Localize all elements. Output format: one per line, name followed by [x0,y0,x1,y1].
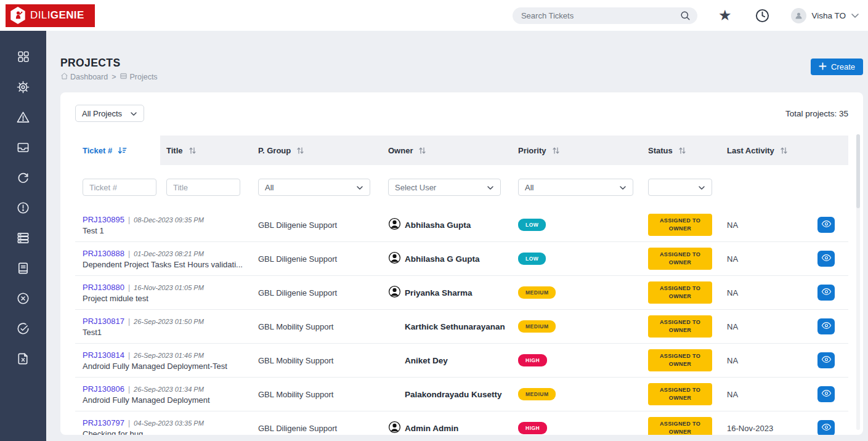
eye-icon [821,219,832,231]
column-header-pgroup[interactable]: P. Group [252,136,382,165]
table-scrollbar[interactable] [856,134,860,430]
breadcrumb-projects[interactable]: Projects [120,72,157,82]
priority-badge: MEDIUM [518,320,556,333]
ticket-link[interactable]: PRJ130814 [83,350,124,360]
actions-cell [811,386,848,402]
view-button[interactable] [817,217,835,233]
eye-icon [821,422,832,434]
grid-icon[interactable] [15,49,31,64]
ticket-date: 16-Nov-2023 01:05 PM [134,284,204,291]
project-scope-select[interactable]: All Projects [75,105,144,122]
view-button[interactable] [817,420,835,435]
title-filter-input[interactable] [166,179,240,196]
ticket-filter-input[interactable] [83,179,156,196]
pgroup-filter-select[interactable]: All [258,179,370,196]
priority-cell: LOW [512,219,642,231]
sort-icon [296,147,304,155]
gear-icon[interactable] [15,79,31,94]
owner-avatar-icon [388,285,401,300]
inbox-icon[interactable] [15,140,31,155]
table-row: PRJ130797 | 04-Sep-2023 03:35 PM Checkin… [75,411,848,435]
ticket-link[interactable]: PRJ130806 [83,384,124,394]
column-header-last-activity[interactable]: Last Activity [721,136,811,165]
ticket-link[interactable]: PRJ130895 [83,215,124,224]
owner-cell: Priyanka Sharma [382,285,512,300]
sort-desc-icon [118,147,127,155]
create-button[interactable]: Create [811,59,863,75]
check-circle-icon[interactable] [15,321,31,336]
view-button[interactable] [817,251,835,267]
priority-badge: HIGH [518,354,547,366]
priority-cell: MEDIUM [512,388,642,400]
projects-card-icon [120,72,128,82]
ticket-link[interactable]: PRJ130817 [83,317,124,326]
status-filter-select[interactable] [648,179,712,196]
owner-name: Abhilasha Gupta [405,220,471,230]
plus-icon [819,62,827,72]
favorites-star-icon[interactable]: ★ [718,8,732,23]
column-header-title[interactable]: Title [160,136,252,165]
project-title: Android Fully Managed Deployment [83,395,250,405]
ticket-date-separator: | [128,317,130,326]
ticket-link[interactable]: PRJ130880 [83,283,124,292]
priority-badge: LOW [518,219,546,231]
status-badge: ASSIGNED TO OWNER [648,315,712,337]
priority-badge: MEDIUM [518,388,556,400]
ticket-link[interactable]: PRJ130797 [83,418,124,427]
last-activity-cell: 16-Nov-2023 [721,424,811,433]
column-header-priority[interactable]: Priority [512,136,642,165]
owner-cell: Aniket Dey [382,353,512,368]
refresh-icon[interactable] [15,170,31,185]
sort-icon [189,147,197,155]
user-menu[interactable]: Visha TO [791,8,859,23]
table-row: PRJ130817 | 26-Sep-2023 01:50 PM Test1 G… [75,310,848,344]
ticket-date: 26-Sep-2023 01:50 PM [134,318,204,325]
owner-cell: Palakondrayadu Kusetty [382,387,512,402]
status-badge: ASSIGNED TO OWNER [648,349,712,371]
priority-cell: HIGH [512,422,642,434]
status-cell: ASSIGNED TO OWNER [642,349,721,371]
status-badge: ASSIGNED TO OWNER [648,383,712,405]
ticket-link[interactable]: PRJ130888 [83,249,124,258]
server-icon[interactable] [15,230,31,245]
exclamation-circle-icon[interactable] [15,200,31,215]
owner-filter-select[interactable]: Select User [388,179,501,196]
warning-triangle-icon[interactable] [15,110,31,124]
ticket-cell: PRJ130888 | 01-Dec-2023 08:21 PM Depende… [75,249,252,269]
breadcrumb-dashboard[interactable]: Dashboard [60,72,108,82]
main-content: PROJECTS Dashboard > Projects [46,31,868,441]
genie-logo-icon [10,7,26,24]
ticket-date: 26-Sep-2023 01:46 PM [134,352,204,359]
view-button[interactable] [817,386,835,402]
scrollbar-thumb[interactable] [856,134,860,208]
sort-icon [418,147,426,155]
view-button[interactable] [817,285,835,301]
pgroup-cell: GBL Mobility Support [252,356,382,365]
status-badge: ASSIGNED TO OWNER [648,248,712,269]
status-cell: ASSIGNED TO OWNER [642,383,721,405]
table-row: PRJ130814 | 26-Sep-2023 01:46 PM Android… [75,344,848,378]
history-clock-icon[interactable] [755,8,770,23]
view-button[interactable] [817,352,835,368]
project-title: Test1 [83,328,250,337]
column-header-status[interactable]: Status [642,136,721,165]
app-logo[interactable]: DILIGENIE [6,4,95,27]
actions-cell [811,251,848,267]
priority-filter-select[interactable]: All [518,179,633,196]
chevron-down-icon [619,183,627,192]
owner-name: Palakondrayadu Kusetty [405,390,502,399]
sidebar-nav [0,31,46,441]
search-input[interactable] [521,11,679,20]
column-header-owner[interactable]: Owner [382,136,512,165]
pgroup-cell: GBL Diligenie Support [252,424,382,433]
x-circle-icon[interactable] [15,291,31,305]
view-button[interactable] [817,318,835,334]
search-icon[interactable] [679,10,691,22]
chevron-down-icon [130,109,137,118]
ticket-date-separator: | [128,351,130,360]
file-x-icon[interactable] [15,351,31,366]
table-row: PRJ130895 | 08-Dec-2023 09:35 PM Test 1 … [75,208,848,242]
column-header-ticket[interactable]: Ticket # [75,136,160,165]
user-name: Visha TO [811,11,846,20]
book-icon[interactable] [15,261,31,275]
